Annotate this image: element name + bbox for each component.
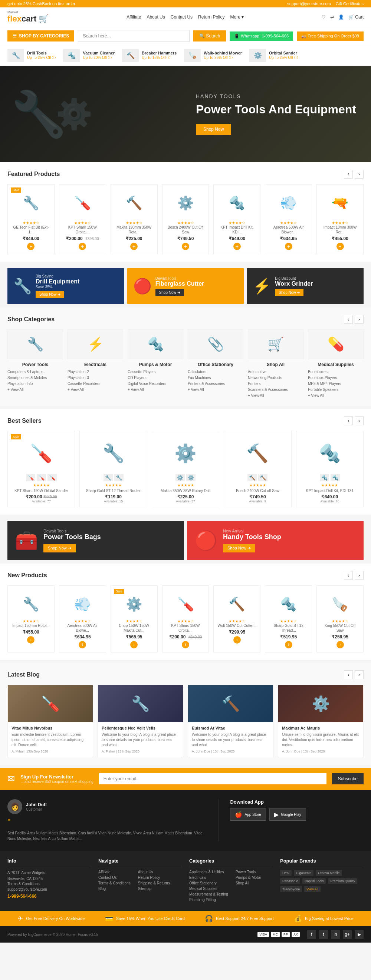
cat-drill-tools[interactable]: 🔧 Drill Tools Up To 25% Off ⓘ bbox=[7, 49, 56, 62]
link-view-all[interactable]: + View All bbox=[67, 387, 123, 393]
brand-lenovo[interactable]: Lenovo Mobile bbox=[316, 870, 342, 876]
product-add-button[interactable]: + bbox=[233, 243, 241, 250]
thumb-2[interactable]: 🪛 bbox=[37, 474, 46, 481]
free-shipping-button[interactable]: 🚚 Free Shipping On Order $99 bbox=[297, 32, 364, 41]
gift-link[interactable]: Gift Certificates bbox=[336, 2, 364, 6]
link-scanners[interactable]: Scanners & Accessories bbox=[248, 387, 304, 393]
nav-sitemap[interactable]: Sitemap bbox=[138, 887, 170, 891]
link-boombox-players[interactable]: Boombox Players bbox=[308, 375, 364, 381]
apple-store-button[interactable]: 🍎 App Store bbox=[230, 808, 265, 821]
nav-affiliate[interactable]: Affiliate bbox=[126, 14, 141, 20]
cat-medical[interactable]: Medical Supplies bbox=[189, 887, 228, 891]
product-add-button[interactable]: + bbox=[27, 243, 35, 250]
search-button[interactable]: 🔍 Search bbox=[193, 30, 226, 41]
new-product-add[interactable]: + bbox=[182, 641, 189, 648]
link-view-all[interactable]: + View All bbox=[308, 393, 364, 399]
link-view-all[interactable]: + View All bbox=[248, 393, 304, 399]
cat-shop-all[interactable]: Shop All bbox=[235, 881, 261, 885]
google-play-button[interactable]: ▶ Google Play bbox=[269, 808, 306, 821]
cat-appliances[interactable]: Appliances & Utilities bbox=[189, 870, 228, 874]
cat-mower[interactable]: 🪚 Walk-behind Mower Up To 25% Off ⓘ bbox=[184, 49, 242, 62]
link-fax[interactable]: Fax Machines bbox=[188, 375, 243, 381]
link-speakers[interactable]: Portable Speakers bbox=[308, 387, 364, 393]
thumb-3[interactable]: 🪛 bbox=[48, 474, 57, 481]
link-view-all[interactable]: + View All bbox=[7, 387, 63, 393]
cat-office-stationary[interactable]: 📎 Office Stationary Calculators Fax Mach… bbox=[188, 329, 243, 399]
thumb-2[interactable]: 🔧 bbox=[114, 474, 123, 481]
featured-next[interactable]: › bbox=[355, 170, 364, 178]
facebook-icon[interactable]: f bbox=[307, 930, 316, 939]
newsletter-input[interactable] bbox=[99, 773, 326, 784]
cat-plumbing[interactable]: Plumbing Fitting bbox=[189, 898, 228, 902]
new-product-add[interactable]: + bbox=[285, 641, 293, 648]
categories-next[interactable]: › bbox=[355, 315, 364, 324]
nav-return[interactable]: Return Policy bbox=[198, 14, 224, 20]
cat-electricals[interactable]: ⚡ Electricals Playstation-2 Playstation-… bbox=[67, 329, 123, 399]
footer-terms-link[interactable]: Terms & Conditions bbox=[7, 882, 91, 886]
twitter-icon[interactable]: t bbox=[319, 930, 328, 939]
link-view-all[interactable]: + View All bbox=[128, 387, 183, 393]
thumb-2[interactable]: 🔩 bbox=[331, 474, 340, 481]
banner-grinder[interactable]: ⚡ Big Discount Worx Grinder Shop Now ➜ bbox=[247, 268, 364, 304]
cat-shop-all[interactable]: 🛒 Shop All Automotive Networking Product… bbox=[248, 329, 304, 399]
cat-pumps[interactable]: Pumps & Motor bbox=[235, 875, 261, 880]
nav-about[interactable]: About Us bbox=[147, 14, 165, 20]
brand-view-all[interactable]: View All bbox=[304, 886, 320, 892]
thumb-2[interactable]: 🔨 bbox=[258, 474, 267, 481]
brand-panasonic[interactable]: Panasonic bbox=[280, 878, 300, 884]
banner-cutter[interactable]: 🔴 Dewalt Tools Fiberglass Cutter Shop No… bbox=[127, 268, 244, 304]
link-networking[interactable]: Networking Products bbox=[248, 375, 304, 381]
cart-icon[interactable]: 🛒 Cart bbox=[349, 14, 364, 20]
thumb-1[interactable]: 🔧 bbox=[104, 474, 113, 481]
new-product-add[interactable]: + bbox=[233, 636, 241, 644]
shop-by-button[interactable]: ☰ SHOP BY CATEGORIES bbox=[7, 30, 74, 41]
nav-more[interactable]: More ▾ bbox=[230, 14, 244, 20]
link-playstation[interactable]: Playstation Info bbox=[7, 381, 63, 387]
link-mp3[interactable]: MP3 & MP4 Players bbox=[308, 381, 364, 387]
link-boomboxes[interactable]: Boomboxes bbox=[308, 369, 364, 375]
support-link[interactable]: support@yourstore.com bbox=[287, 2, 331, 6]
youtube-icon[interactable]: ▶ bbox=[355, 930, 364, 939]
thumb-1[interactable]: 🪛 bbox=[26, 474, 35, 481]
link-view-all[interactable]: + View All bbox=[188, 387, 243, 393]
banner-drill[interactable]: 🔧 Big Saving Drill Equipment Save 35% Sh… bbox=[7, 268, 124, 304]
wishlist-icon[interactable]: ♡ bbox=[321, 14, 326, 20]
nav-terms[interactable]: Terms & Conditions bbox=[98, 881, 131, 885]
banner-cutter-btn[interactable]: Shop Now ➜ bbox=[155, 289, 184, 296]
thumb-1[interactable]: ⚙️ bbox=[176, 474, 185, 481]
linkedin-icon[interactable]: in bbox=[331, 930, 340, 939]
promo-power-tools-bags[interactable]: 🧰 Dewalt Tools Power Tools Bags Shop Now… bbox=[7, 521, 184, 560]
new-product-add[interactable]: + bbox=[27, 636, 35, 644]
product-add-button[interactable]: + bbox=[130, 243, 138, 250]
google-plus-icon[interactable]: g+ bbox=[343, 930, 352, 939]
brand-dys[interactable]: DYS bbox=[280, 870, 292, 876]
nav-return[interactable]: Return Policy bbox=[138, 875, 170, 880]
link-printers[interactable]: Printers & Accessories bbox=[188, 381, 243, 387]
cat-breaker[interactable]: 🔨 Breaker Hammers Up To 15% Off ⓘ bbox=[122, 49, 177, 62]
link-ps2[interactable]: Playstation-2 bbox=[67, 369, 123, 375]
categories-prev[interactable]: ‹ bbox=[344, 315, 353, 324]
cat-power-tools[interactable]: Power Tools bbox=[235, 870, 261, 874]
product-add-button[interactable]: + bbox=[78, 243, 86, 250]
link-computers[interactable]: Computers & Laptops bbox=[7, 369, 63, 375]
nav-contact[interactable]: Contact Us bbox=[98, 875, 131, 880]
brand-premium[interactable]: Premium Quality bbox=[328, 878, 357, 884]
link-cassette[interactable]: Cassette Recorders bbox=[67, 381, 123, 387]
thumb-1[interactable]: 🔨 bbox=[248, 474, 257, 481]
featured-prev[interactable]: ‹ bbox=[344, 170, 353, 178]
cat-office[interactable]: Office Stationary bbox=[189, 881, 228, 885]
promo-handy-btn[interactable]: Shop Now ➜ bbox=[223, 544, 255, 552]
product-add-button[interactable]: + bbox=[285, 243, 293, 250]
newsletter-subscribe-button[interactable]: Subscribe bbox=[332, 773, 364, 784]
product-add-button[interactable]: + bbox=[336, 243, 344, 250]
whatsapp-button[interactable]: 📱 Whatsapp: 1-999-564-666 bbox=[230, 32, 293, 41]
hero-shop-button[interactable]: Shop Now bbox=[196, 124, 231, 135]
new-product-add[interactable]: + bbox=[336, 641, 344, 648]
cat-medical[interactable]: 💊 Medical Supplies Boomboxes Boombox Pla… bbox=[308, 329, 364, 399]
search-input[interactable] bbox=[78, 30, 190, 42]
thumb-2[interactable]: ⚙️ bbox=[186, 474, 195, 481]
banner-drill-btn[interactable]: Shop Now ➜ bbox=[36, 291, 64, 298]
link-automotive[interactable]: Automotive bbox=[248, 369, 304, 375]
promo-tools-btn[interactable]: Shop Now ➜ bbox=[43, 544, 76, 552]
new-product-add[interactable]: + bbox=[78, 641, 86, 648]
